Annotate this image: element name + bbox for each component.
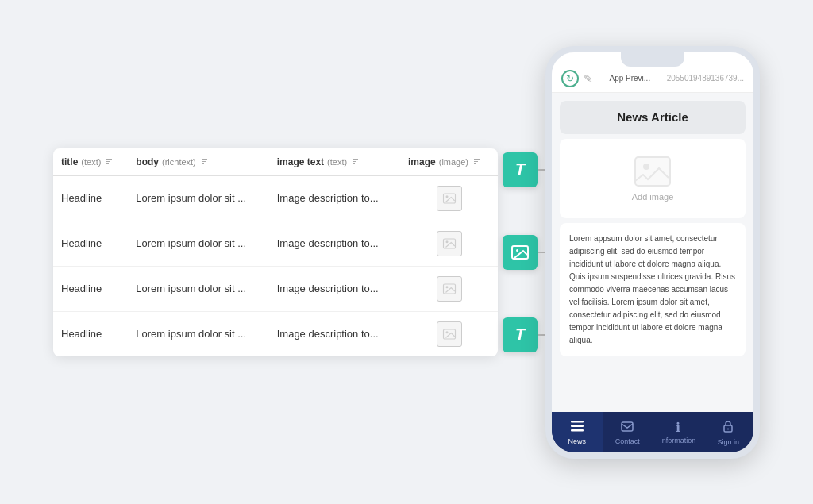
cell-image-2 [400, 266, 498, 311]
article-body-text: Lorem appsum dolor sit amet, consectetur… [569, 234, 735, 344]
contact-nav-icon [621, 421, 634, 435]
cell-imagetext-3: Image description to... [269, 311, 400, 356]
col-body-label: body [136, 156, 159, 167]
cell-imagetext-0: Image description to... [269, 175, 400, 221]
information-nav-icon: ℹ [676, 421, 680, 434]
image-thumb-icon-3 [442, 327, 457, 341]
svg-rect-15 [622, 422, 633, 431]
cell-body-0: Lorem ipsum dolor sit ... [128, 175, 268, 221]
refresh-icon: ↻ [566, 73, 574, 84]
sort-icon-imagetext [353, 159, 358, 164]
nav-item-contact[interactable]: Contact [603, 412, 653, 452]
add-image-placeholder-icon [634, 156, 672, 187]
image-thumbnail-0 [437, 186, 462, 211]
cell-image-0 [400, 175, 498, 221]
cell-body-2: Lorem ipsum dolor sit ... [128, 266, 268, 311]
image-thumb-icon-1 [442, 237, 457, 251]
phone-shell: ↻ ✎ App Previ... 2055019489136739... New… [545, 46, 760, 459]
image-thumb-icon-2 [442, 282, 457, 296]
cell-body-3: Lorem ipsum dolor sit ... [128, 311, 268, 356]
table-row[interactable]: Headline Lorem ipsum dolor sit ... Image… [53, 266, 498, 311]
svg-point-17 [727, 428, 729, 429]
svg-point-5 [445, 286, 448, 288]
col-body-sub: (richtext) [162, 157, 196, 167]
nav-label-information: Information [660, 437, 695, 444]
cell-title-3: Headline [53, 311, 128, 356]
app-preview-id: 2055019489136739... [667, 74, 744, 83]
phone-bottom-nav: News Contact ℹ Information [552, 412, 753, 452]
nav-label-news: News [568, 437, 586, 445]
svg-rect-14 [571, 429, 584, 432]
app-preview-title: App Previ... [609, 74, 650, 83]
image-icon-svg [511, 243, 530, 262]
cell-image-3 [400, 311, 498, 356]
news-article-title: News Article [617, 110, 688, 124]
cell-imagetext-1: Image description to... [269, 221, 400, 266]
sort-icon-body [202, 159, 207, 164]
col-header-image-text[interactable]: image text (text) [269, 148, 400, 176]
table-panel: title (text) body (richtext) [53, 148, 498, 356]
svg-rect-13 [571, 425, 584, 427]
phone-content[interactable]: News Article Add image Lorem appsum d [552, 93, 753, 412]
cell-imagetext-2: Image description to... [269, 266, 400, 311]
sort-icon-image [474, 159, 480, 164]
floating-icons-container: T T [503, 152, 538, 352]
nav-label-signin: Sign in [717, 438, 739, 446]
news-title-block: News Article [560, 101, 746, 134]
float-text-icon-2: T [503, 317, 538, 352]
cell-image-1 [400, 221, 498, 266]
svg-point-7 [445, 331, 448, 333]
col-header-title[interactable]: title (text) [53, 148, 128, 176]
cell-title-0: Headline [53, 175, 128, 221]
col-imagetext-sub: (text) [327, 157, 347, 167]
topbar-left: ↻ ✎ [561, 70, 593, 87]
phone-notch [621, 52, 684, 67]
cell-title-2: Headline [53, 266, 128, 311]
sort-icon-title [106, 159, 112, 164]
cell-title-1: Headline [53, 221, 128, 266]
col-title-label: title [61, 156, 78, 167]
image-thumbnail-3 [437, 321, 462, 347]
col-header-image[interactable]: image (image) [400, 148, 498, 176]
col-header-body[interactable]: body (richtext) [128, 148, 268, 176]
main-container: title (text) body (richtext) [0, 0, 813, 504]
image-block[interactable]: Add image [560, 139, 746, 218]
pencil-icon[interactable]: ✎ [584, 72, 593, 85]
col-image-sub: (image) [439, 157, 468, 167]
float-text-icon-1: T [503, 152, 538, 187]
table-row[interactable]: Headline Lorem ipsum dolor sit ... Image… [53, 175, 498, 221]
nav-item-information[interactable]: ℹ Information [653, 412, 703, 452]
image-thumbnail-1 [437, 231, 462, 256]
col-image-label: image [408, 156, 436, 167]
svg-point-11 [643, 164, 649, 170]
text-icon-symbol-2: T [515, 325, 525, 344]
svg-rect-10 [635, 157, 670, 186]
refresh-button[interactable]: ↻ [561, 70, 579, 87]
svg-rect-12 [571, 421, 584, 423]
svg-point-1 [445, 195, 448, 198]
nav-item-news[interactable]: News [552, 412, 603, 452]
data-table: title (text) body (richtext) [53, 148, 498, 356]
phone-wrapper: ↻ ✎ App Previ... 2055019489136739... New… [545, 46, 760, 459]
nav-label-contact: Contact [615, 437, 640, 445]
svg-point-9 [516, 249, 518, 252]
image-thumbnail-2 [437, 276, 462, 302]
body-text-block: Lorem appsum dolor sit amet, consectetur… [560, 223, 746, 356]
col-imagetext-label: image text [277, 156, 324, 167]
nav-item-signin[interactable]: Sign in [703, 412, 754, 452]
table-row[interactable]: Headline Lorem ipsum dolor sit ... Image… [53, 221, 498, 266]
col-title-sub: (text) [81, 157, 101, 167]
table-row[interactable]: Headline Lorem ipsum dolor sit ... Image… [53, 311, 498, 356]
news-nav-icon [571, 421, 584, 435]
float-image-icon [503, 235, 538, 270]
phone-section: T T ↻ [545, 46, 760, 459]
text-icon-symbol-1: T [515, 160, 525, 179]
add-image-label: Add image [632, 192, 674, 202]
image-thumb-icon-0 [442, 191, 457, 206]
signin-nav-icon [722, 420, 734, 436]
cell-body-1: Lorem ipsum dolor sit ... [128, 221, 268, 266]
svg-point-3 [445, 240, 448, 243]
